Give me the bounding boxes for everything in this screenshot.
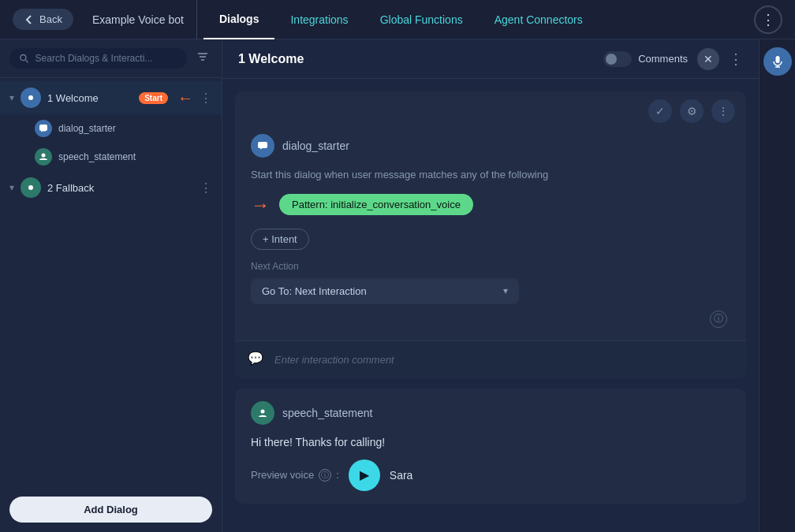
card-more-button[interactable]: ⋮ bbox=[711, 99, 735, 123]
dialog-title-fallback: 2 Fallback bbox=[47, 182, 193, 194]
info-icon[interactable]: ⓘ bbox=[710, 311, 727, 328]
arrow-row: → Pattern: initialize_conversation_voice bbox=[251, 194, 730, 216]
dialog-list: ▾ 1 Welcome Start ← ⋮ dialog_st bbox=[0, 78, 222, 487]
back-label: Back bbox=[39, 13, 62, 25]
comments-label: Comments bbox=[638, 53, 688, 65]
content-area: 1 Welcome Comments ✕ ⋮ ✓ ⚙ ⋮ bbox=[222, 39, 759, 532]
nav-link-integrations[interactable]: Integrations bbox=[274, 0, 364, 39]
next-action-section: Next Action Go To: Next Interaction ▾ bbox=[251, 261, 730, 304]
node-icon-dialog-starter bbox=[251, 134, 274, 158]
card2-body: Hi there! Thanks for calling! Preview vo… bbox=[235, 433, 746, 504]
add-intent-button[interactable]: + Intent bbox=[251, 229, 309, 250]
chevron-right-icon: ▾ bbox=[9, 182, 14, 193]
card-body: dialog_starter Start this dialog when us… bbox=[235, 131, 746, 340]
svg-point-12 bbox=[261, 409, 265, 413]
search-input[interactable] bbox=[35, 53, 177, 64]
sub-item-speech-statement[interactable]: speech_statement bbox=[0, 143, 222, 171]
comments-toggle-switch[interactable] bbox=[603, 51, 632, 67]
preview-label: Preview voice ⓘ : bbox=[251, 469, 339, 482]
close-button[interactable]: ✕ bbox=[697, 48, 719, 70]
orange-arrow-icon: → bbox=[251, 194, 270, 216]
search-bar bbox=[0, 39, 222, 78]
comment-box: 💬 Enter interaction comment bbox=[235, 340, 746, 379]
svg-point-8 bbox=[42, 154, 46, 158]
fallback-more-icon[interactable]: ⋮ bbox=[200, 180, 212, 195]
info-btn-area: ⓘ bbox=[251, 304, 730, 328]
play-button[interactable]: ▶ bbox=[349, 459, 380, 491]
content-title: 1 Welcome bbox=[238, 52, 594, 66]
pattern-tag[interactable]: Pattern: initialize_conversation_voice bbox=[279, 194, 473, 215]
node-label-dialog-starter: dialog_starter bbox=[282, 140, 349, 152]
search-wrap[interactable] bbox=[9, 48, 187, 69]
comment-icon: 💬 bbox=[248, 351, 267, 370]
search-icon bbox=[19, 53, 29, 64]
sidebar: ▾ 1 Welcome Start ← ⋮ dialog_st bbox=[0, 39, 222, 532]
node-icon-speech bbox=[251, 401, 274, 425]
content-header: 1 Welcome Comments ✕ ⋮ bbox=[222, 39, 759, 79]
sara-label: Sara bbox=[390, 469, 413, 482]
header-more-icon[interactable]: ⋮ bbox=[729, 50, 743, 68]
main-layout: ▾ 1 Welcome Start ← ⋮ dialog_st bbox=[0, 39, 795, 532]
card-check-button[interactable]: ✓ bbox=[648, 99, 672, 123]
svg-rect-13 bbox=[775, 56, 779, 63]
mic-icon bbox=[771, 55, 784, 68]
start-badge: Start bbox=[139, 92, 168, 104]
dialog-group-welcome: ▾ 1 Welcome Start ← ⋮ dialog_st bbox=[0, 81, 222, 171]
nav-links: Dialogs Integrations Global Functions Ag… bbox=[203, 0, 748, 39]
preview-colon: : bbox=[336, 469, 339, 481]
dialog-icon-fallback bbox=[21, 177, 41, 198]
comment-placeholder[interactable]: Enter interaction comment bbox=[274, 354, 394, 366]
comments-toggle-area: Comments bbox=[603, 51, 688, 67]
card-dialog-starter: ✓ ⚙ ⋮ dialog_starter Start this dialog w… bbox=[235, 91, 746, 379]
card-node-header: dialog_starter bbox=[251, 134, 730, 158]
person-icon bbox=[35, 148, 52, 166]
card2-label-speech: speech_statement bbox=[282, 407, 372, 419]
add-dialog-button[interactable]: Add Dialog bbox=[9, 497, 212, 523]
filter-button[interactable] bbox=[193, 47, 212, 69]
chevron-down-icon: ▾ bbox=[9, 92, 14, 103]
chat-icon bbox=[35, 120, 52, 137]
svg-rect-11 bbox=[258, 142, 267, 148]
preview-text: Preview voice bbox=[251, 469, 314, 481]
filter-icon bbox=[196, 50, 209, 63]
next-action-label: Next Action bbox=[251, 261, 730, 272]
sub-items-welcome: dialog_starter speech_statement bbox=[0, 114, 222, 171]
nav-link-global-functions[interactable]: Global Functions bbox=[364, 0, 479, 39]
goto-chevron-icon: ▾ bbox=[503, 285, 508, 296]
svg-point-6 bbox=[28, 95, 33, 100]
sub-item-label-speech-statement: speech_statement bbox=[58, 151, 136, 162]
sub-item-dialog-starter[interactable]: dialog_starter bbox=[0, 114, 222, 143]
preview-info-icon[interactable]: ⓘ bbox=[319, 469, 331, 482]
nav-link-agent-connectors[interactable]: Agent Connectors bbox=[479, 0, 599, 39]
card-description: Start this dialog when user message matc… bbox=[251, 167, 730, 183]
card-speech-statement: speech_statement Hi there! Thanks for ca… bbox=[235, 389, 746, 504]
more-options-button[interactable]: ⋮ bbox=[754, 6, 782, 34]
goto-text: Go To: Next Interaction bbox=[262, 285, 367, 297]
arrow-indicator: ← bbox=[177, 89, 193, 107]
right-sidebar bbox=[759, 39, 795, 532]
dialog-item-fallback[interactable]: ▾ 2 Fallback ⋮ bbox=[0, 171, 222, 204]
preview-row: Preview voice ⓘ : ▶ Sara bbox=[251, 459, 730, 491]
svg-point-10 bbox=[28, 185, 33, 190]
card-settings-button[interactable]: ⚙ bbox=[680, 99, 704, 123]
dialog-item-welcome[interactable]: ▾ 1 Welcome Start ← ⋮ bbox=[0, 81, 222, 114]
sub-item-label-dialog-starter: dialog_starter bbox=[58, 123, 116, 134]
mic-button[interactable] bbox=[763, 47, 792, 76]
back-button[interactable]: Back bbox=[13, 9, 73, 30]
card-header: ✓ ⚙ ⋮ bbox=[235, 91, 746, 131]
card2-text: Hi there! Thanks for calling! bbox=[251, 436, 730, 448]
dialog-icon-welcome bbox=[21, 87, 41, 108]
bot-name: Example Voice bot bbox=[80, 0, 197, 39]
top-nav: Back Example Voice bot Dialogs Integrati… bbox=[0, 0, 795, 39]
nav-link-dialogs[interactable]: Dialogs bbox=[203, 0, 275, 39]
dialog-title-welcome: 1 Welcome bbox=[47, 92, 132, 104]
svg-point-0 bbox=[21, 55, 26, 61]
svg-rect-7 bbox=[39, 125, 47, 131]
card2-header: speech_statement bbox=[235, 389, 746, 433]
dialog-more-icon[interactable]: ⋮ bbox=[200, 91, 212, 106]
goto-select[interactable]: Go To: Next Interaction ▾ bbox=[251, 278, 519, 304]
svg-line-1 bbox=[26, 60, 28, 62]
content-scroll: ✓ ⚙ ⋮ dialog_starter Start this dialog w… bbox=[222, 79, 759, 532]
